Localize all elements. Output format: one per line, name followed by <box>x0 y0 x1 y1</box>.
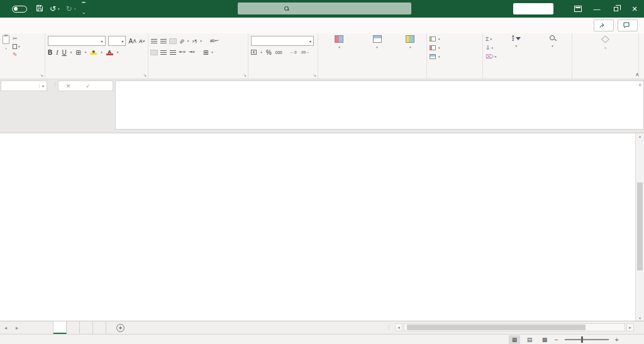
sheet-tab-blad3[interactable] <box>93 321 106 334</box>
name-box-dropdown-icon[interactable]: ▾ <box>39 84 47 88</box>
autosum-button[interactable]: Σ▾ <box>486 36 496 42</box>
page-layout-view-icon[interactable]: ▤ <box>524 335 535 344</box>
wrap-text-icon[interactable]: ab↩ <box>210 38 219 43</box>
font-dialog-launcher-icon[interactable]: ↘ <box>143 73 147 78</box>
vertical-scrollbar[interactable]: ▴ ▾ <box>635 133 644 321</box>
zoom-out-icon[interactable]: − <box>554 336 558 343</box>
zoom-slider-thumb[interactable] <box>581 336 583 343</box>
percent-format-icon[interactable]: % <box>266 49 272 56</box>
scroll-right-icon[interactable]: ▸ <box>626 323 634 331</box>
hscroll-drag-handle[interactable]: ⋮ <box>386 325 391 330</box>
minimize-button[interactable]: — <box>587 0 606 18</box>
sheet-tab-tabel-blad-1[interactable] <box>53 321 67 334</box>
tab-pagina-indeling[interactable] <box>34 18 45 33</box>
find-select-button[interactable]: ▾ <box>536 35 569 71</box>
horizontal-scrollbar[interactable]: ⋮ ◂ ▸ <box>386 323 634 331</box>
sheet-tab-blad4[interactable] <box>67 321 80 334</box>
insert-cells-button[interactable]: ▾ <box>430 36 480 42</box>
orientation-dropdown-icon[interactable]: ▾ <box>187 39 189 43</box>
zoom-in-icon[interactable]: + <box>615 336 619 343</box>
name-box[interactable]: ▾ <box>1 80 47 91</box>
font-color-dropdown-icon[interactable]: ▾ <box>117 50 119 54</box>
comma-format-icon[interactable]: 000 <box>275 50 282 55</box>
cancel-entry-icon[interactable]: ✕ <box>66 83 71 89</box>
merge-dropdown-icon[interactable]: ▾ <box>211 50 213 54</box>
restore-button[interactable] <box>606 0 625 18</box>
format-cells-button[interactable]: ▾ <box>430 53 480 60</box>
zoom-slider[interactable] <box>565 339 609 340</box>
spreadsheet-grid[interactable] <box>0 133 635 321</box>
number-dialog-launcher-icon[interactable]: ↘ <box>313 73 316 78</box>
merge-center-icon[interactable]: ⊞ <box>203 49 208 56</box>
format-painter-button[interactable]: ✎ <box>13 52 20 58</box>
align-bottom-icon[interactable] <box>170 39 176 43</box>
decrease-font-icon[interactable]: A˅ <box>139 38 145 44</box>
redo-dropdown-icon[interactable]: ▾ <box>74 7 76 11</box>
number-format-select[interactable]: ▾ <box>251 36 314 46</box>
borders-dropdown-icon[interactable]: ▾ <box>85 50 87 54</box>
borders-icon[interactable]: ⊞ <box>75 49 80 56</box>
formula-bar-collapse-icon[interactable]: ∧ <box>638 82 641 87</box>
sort-filter-button[interactable]: AZ ▾ <box>500 35 532 71</box>
text-direction-icon[interactable]: >¶ <box>192 39 197 43</box>
fill-button[interactable]: ⇩▾ <box>486 45 496 51</box>
sheet-tab-blad1[interactable] <box>40 321 53 334</box>
undo-dropdown-icon[interactable]: ▾ <box>58 7 60 11</box>
scroll-left-icon[interactable]: ◂ <box>395 323 402 331</box>
align-top-icon[interactable] <box>151 39 157 43</box>
collapse-ribbon-icon[interactable]: ∧ <box>635 72 639 77</box>
confirm-entry-icon[interactable]: ✓ <box>86 83 91 89</box>
cell-styles-button[interactable]: ▾ <box>396 35 424 71</box>
sheet-nav-left-icon[interactable]: ◂ <box>0 321 11 334</box>
signin-button[interactable] <box>513 3 553 14</box>
sheet-tab-blad2[interactable] <box>80 321 93 334</box>
vertical-scroll-thumb[interactable] <box>637 182 643 270</box>
text-direction-dropdown-icon[interactable]: ▾ <box>200 39 202 43</box>
decrease-decimal-icon[interactable]: .00→ <box>301 50 309 54</box>
close-button[interactable]: ✕ <box>625 0 644 18</box>
tab-start[interactable] <box>11 18 23 33</box>
formula-input[interactable] <box>115 80 644 130</box>
tab-beeld[interactable] <box>79 18 91 33</box>
redo-icon[interactable]: ↻ <box>66 5 72 13</box>
new-sheet-button[interactable]: + <box>116 324 125 332</box>
tab-help[interactable] <box>91 18 102 33</box>
currency-dropdown-icon[interactable]: ▾ <box>260 50 262 54</box>
increase-indent-icon[interactable]: ⇥≡ <box>189 50 195 55</box>
orientation-icon[interactable]: ab <box>179 38 185 44</box>
clear-button[interactable]: ⌦▾ <box>486 53 496 60</box>
clipboard-dialog-launcher-icon[interactable]: ↘ <box>40 73 43 78</box>
autosave-toggle-group[interactable] <box>9 6 27 13</box>
normal-view-icon[interactable]: ▦ <box>509 335 520 344</box>
font-name-select[interactable]: ▾ <box>48 36 106 46</box>
sheet-nav-right-icon[interactable]: ▸ <box>11 321 23 334</box>
align-right-icon[interactable] <box>170 50 176 55</box>
search-box[interactable] <box>238 3 411 14</box>
fill-color-dropdown-icon[interactable]: ▾ <box>101 50 103 54</box>
currency-format-icon[interactable]: € <box>251 50 257 55</box>
ribbon-display-options-button[interactable] <box>569 0 587 18</box>
undo-icon[interactable]: ↺ <box>50 5 56 13</box>
alignment-dialog-launcher-icon[interactable]: ↘ <box>243 73 247 78</box>
tab-bestand[interactable] <box>0 18 11 33</box>
horizontal-scroll-thumb[interactable] <box>407 325 586 330</box>
increase-font-icon[interactable]: A˄ <box>128 38 136 45</box>
copy-button[interactable]: ▾ <box>13 43 20 50</box>
comments-button[interactable] <box>618 19 638 31</box>
cut-button[interactable]: ✂ <box>13 35 20 42</box>
italic-button[interactable]: I <box>56 49 58 56</box>
bold-button[interactable]: B <box>48 49 52 56</box>
scroll-down-icon[interactable]: ▾ <box>636 316 644 320</box>
align-center-icon[interactable] <box>160 50 167 55</box>
font-size-select[interactable]: ▾ <box>108 36 126 46</box>
customize-qat-icon[interactable]: ▔⌄ <box>82 1 86 16</box>
hscroll-track[interactable] <box>404 323 625 331</box>
tab-gegevens[interactable] <box>57 18 68 33</box>
fill-color-button[interactable]: ◆ <box>90 50 97 55</box>
conditional-formatting-button[interactable]: ▾ <box>321 35 358 71</box>
decrease-indent-icon[interactable]: ⇤≡ <box>179 50 186 55</box>
autosave-toggle[interactable] <box>12 6 27 13</box>
sensitivity-button[interactable]: ▾ <box>579 35 632 71</box>
paste-button[interactable]: ▾ <box>3 35 9 58</box>
font-color-button[interactable]: A <box>106 50 113 55</box>
